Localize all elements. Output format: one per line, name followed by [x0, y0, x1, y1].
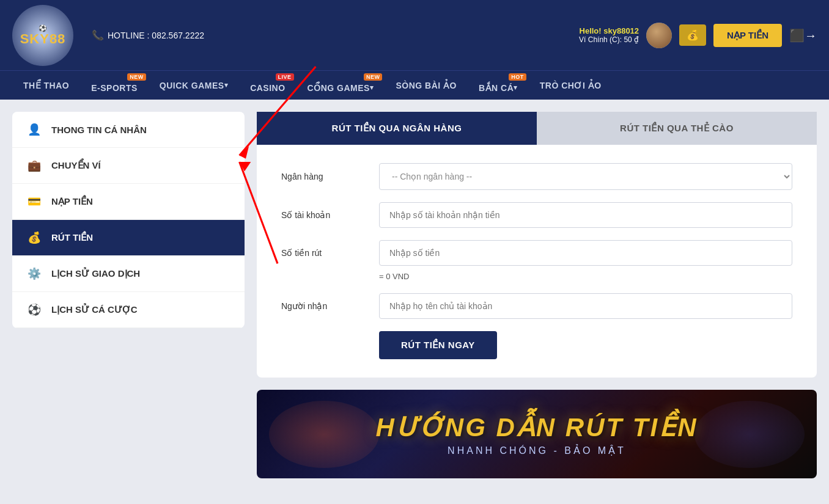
nav-label-e-sports: E-SPORTS [91, 83, 138, 93]
hot-badge-ban-ca: HOT [509, 73, 526, 81]
soccer-icon: ⚽ [27, 303, 42, 316]
nav-label-ban-ca: BẮN CÁ [479, 83, 514, 93]
sidebar-item-lich-su-giao-dich[interactable]: ⚙️ LỊCH SỬ GIAO DỊCH [12, 256, 245, 292]
hotline-label: HOTLINE : [108, 31, 149, 40]
account-input[interactable] [379, 202, 792, 228]
live-badge-casino: LIVE [276, 73, 294, 81]
amount-input[interactable] [379, 240, 792, 266]
banner-deco-right [695, 401, 805, 468]
tab-rut-tien-ngan-hang[interactable]: RÚT TIỀN QUA NGÂN HÀNG [257, 112, 537, 145]
vnd-note: = 0 VND [379, 272, 792, 281]
nav-item-the-thao[interactable]: THỂ THAO [12, 71, 80, 100]
nap-tien-button[interactable]: NẠP TIỀN [713, 24, 782, 47]
nav-item-ban-ca[interactable]: BẮN CÁ HOT [468, 71, 529, 100]
card-icon: 💳 [27, 195, 42, 208]
banner: HƯỚNG DẪN RÚT TIỀN NHANH CHÓNG - BẢO MẬT [257, 390, 817, 478]
sidebar-item-nap-tien[interactable]: 💳 NẠP TIỀN [12, 184, 245, 220]
sidebar-label-lich-su-ca-cuoc: LỊCH SỬ CÁ CƯỢC [51, 304, 138, 315]
bank-row: Ngân hàng -- Chọn ngân hàng -- [281, 163, 792, 190]
nav-label-quick-games: QUICK GAMES [160, 81, 224, 90]
user-area: Hello! sky88012 Ví Chính (C): 50 ₫ 💰 NẠP… [579, 23, 817, 48]
nav-label-the-thao: THỂ THAO [23, 81, 69, 90]
sidebar-label-thong-tin: THONG TIN CÁ NHÂN [51, 125, 147, 135]
svg-line-2 [240, 162, 278, 263]
receiver-input[interactable] [379, 293, 792, 319]
wallet-button[interactable]: 💰 [679, 24, 706, 46]
nav-item-quick-games[interactable]: QUICK GAMES [149, 71, 239, 100]
wallet-icon: 💼 [27, 159, 42, 172]
nav-item-casino[interactable]: CASINO LIVE [239, 71, 296, 100]
user-info: Hello! sky88012 Ví Chính (C): 50 ₫ [579, 26, 639, 44]
avatar [646, 23, 672, 48]
tab-rut-tien-the-cao[interactable]: RÚT TIỀN QUA THẺ CÀO [537, 112, 817, 145]
receiver-row: Người nhận [281, 293, 792, 319]
new-badge-esports: NEW [127, 73, 146, 81]
nav-item-cong-games[interactable]: CỔNG GAMES NEW [297, 71, 385, 100]
amount-row: Số tiền rút [281, 240, 792, 266]
sidebar-label-chuyen-vi: CHUYỂN VÍ [51, 160, 101, 171]
tabs: RÚT TIỀN QUA NGÂN HÀNG RÚT TIỀN QUA THẺ … [257, 112, 817, 145]
amount-label: Số tiền rút [281, 248, 379, 258]
person-icon: 👤 [27, 123, 42, 136]
content-area: RÚT TIỀN QUA NGÂN HÀNG RÚT TIỀN QUA THẺ … [257, 112, 817, 478]
banner-subtitle: NHANH CHÓNG - BẢO MẬT [448, 445, 626, 456]
hotline-number: 082.567.2222 [152, 31, 204, 40]
money-icon: 💰 [27, 231, 42, 244]
sidebar-label-lich-su-giao-dich: LỊCH SỬ GIAO DỊCH [51, 268, 140, 279]
nav-item-tro-choi-ao[interactable]: TRÒ CHƠI ẢO [529, 71, 613, 100]
nav-label-tro-choi-ao: TRÒ CHƠI ẢO [540, 81, 602, 90]
sidebar-label-rut-tien: RÚT TIỀN [51, 232, 93, 243]
nav-label-song-bai-ao: SÒNG BÀI ẢO [396, 81, 457, 90]
logout-button[interactable]: ⬛→ [789, 28, 817, 43]
user-balance: Ví Chính (C): 50 ₫ [579, 35, 639, 44]
sidebar-item-thong-tin[interactable]: 👤 THONG TIN CÁ NHÂN [12, 112, 245, 148]
submit-area: RÚT TIỀN NGAY [281, 331, 792, 359]
submit-button[interactable]: RÚT TIỀN NGAY [379, 331, 497, 359]
banner-title: HƯỚNG DẪN RÚT TIỀN [376, 412, 698, 442]
account-row: Số tài khoản [281, 202, 792, 228]
sidebar-item-rut-tien[interactable]: 💰 RÚT TIỀN [12, 220, 245, 256]
phone-icon: 📞 [92, 29, 104, 41]
main-content: 👤 THONG TIN CÁ NHÂN 💼 CHUYỂN VÍ 💳 NẠP TI… [0, 100, 829, 491]
account-label: Số tài khoản [281, 210, 379, 220]
logo-area: ⚽ SKY88 [12, 5, 73, 66]
history-icon: ⚙️ [27, 267, 42, 280]
form-panel: Ngân hàng -- Chọn ngân hàng -- Số tài kh… [257, 145, 817, 378]
avatar-image [646, 23, 672, 48]
banner-deco-left [269, 401, 379, 468]
logo: ⚽ SKY88 [12, 5, 73, 66]
bank-select[interactable]: -- Chọn ngân hàng -- [379, 163, 792, 190]
nav-item-song-bai-ao[interactable]: SÒNG BÀI ẢO [385, 71, 468, 100]
sidebar-item-chuyen-vi[interactable]: 💼 CHUYỂN VÍ [12, 148, 245, 184]
logo-text: SKY88 [20, 32, 66, 46]
nav-label-cong-games: CỔNG GAMES [308, 83, 370, 93]
header: ⚽ SKY88 📞 HOTLINE : 082.567.2222 Hello! … [0, 0, 829, 70]
user-hello: Hello! sky88012 [579, 26, 639, 35]
sidebar-item-lich-su-ca-cuoc[interactable]: ⚽ LỊCH SỬ CÁ CƯỢC [12, 292, 245, 328]
sidebar-label-nap-tien: NẠP TIỀN [51, 196, 93, 207]
bank-label: Ngân hàng [281, 172, 379, 181]
receiver-label: Người nhận [281, 301, 379, 311]
navigation: THỂ THAO E-SPORTS NEW QUICK GAMES CASINO… [0, 70, 829, 100]
nav-label-casino: CASINO [250, 83, 285, 93]
hotline-area: 📞 HOTLINE : 082.567.2222 [92, 29, 204, 41]
new-badge-cong-games: NEW [364, 73, 383, 81]
sidebar: 👤 THONG TIN CÁ NHÂN 💼 CHUYỂN VÍ 💳 NẠP TI… [12, 112, 245, 328]
nav-item-e-sports[interactable]: E-SPORTS NEW [80, 71, 149, 100]
